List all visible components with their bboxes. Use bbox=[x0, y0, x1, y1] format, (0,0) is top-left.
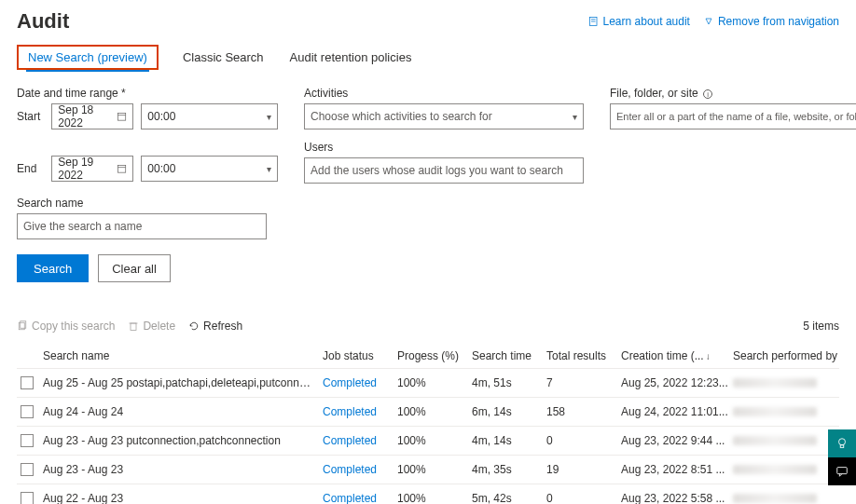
end-date-input[interactable]: Sep 19 2022 bbox=[51, 156, 133, 182]
cell-job-status: Completed bbox=[323, 492, 397, 504]
cell-search-name: Aug 24 - Aug 24 bbox=[43, 405, 323, 418]
cell-creation-time: Aug 25, 2022 12:23... bbox=[621, 376, 733, 389]
col-search-time[interactable]: Search time bbox=[472, 349, 546, 362]
svg-rect-13 bbox=[837, 468, 848, 474]
col-total-results[interactable]: Total results bbox=[546, 349, 621, 362]
end-time-input[interactable]: 00:00 ▾ bbox=[141, 156, 278, 182]
col-creation-time[interactable]: Creation time (...↓ bbox=[621, 349, 733, 362]
search-results-table: Search name Job status Progess (%) Searc… bbox=[17, 344, 839, 504]
row-checkbox[interactable] bbox=[21, 434, 34, 447]
cell-total-results: 19 bbox=[546, 463, 621, 476]
cell-search-name: Aug 23 - Aug 23 putconnection,patchconne… bbox=[43, 434, 323, 447]
svg-rect-5 bbox=[118, 166, 126, 173]
cell-search-time: 6m, 14s bbox=[472, 405, 546, 418]
search-name-placeholder: Give the search a name bbox=[23, 220, 142, 233]
row-checkbox[interactable] bbox=[21, 376, 34, 389]
col-progress[interactable]: Progess (%) bbox=[397, 349, 472, 362]
row-checkbox[interactable] bbox=[21, 405, 34, 418]
refresh-icon bbox=[188, 320, 200, 332]
end-date-value: Sep 19 2022 bbox=[58, 156, 117, 182]
tab-audit-retention[interactable]: Audit retention policies bbox=[288, 45, 414, 70]
cell-progress: 100% bbox=[397, 405, 472, 418]
table-row[interactable]: Aug 25 - Aug 25 postapi,patchapi,deletea… bbox=[17, 368, 839, 397]
delete-label: Delete bbox=[143, 320, 175, 333]
remove-navigation-link[interactable]: Remove from navigation bbox=[703, 15, 839, 28]
svg-rect-9 bbox=[131, 323, 136, 331]
search-name-input[interactable]: Give the search a name bbox=[17, 213, 267, 239]
calendar-icon bbox=[117, 163, 127, 174]
cell-search-name: Aug 25 - Aug 25 postapi,patchapi,deletea… bbox=[43, 376, 323, 389]
file-label: File, folder, or site i bbox=[610, 87, 856, 100]
cell-search-time: 5m, 42s bbox=[472, 492, 546, 504]
svg-point-11 bbox=[839, 439, 846, 445]
learn-about-audit-link[interactable]: Learn about audit bbox=[588, 15, 690, 28]
table-row[interactable]: Aug 23 - Aug 23 putconnection,patchconne… bbox=[17, 426, 839, 455]
svg-rect-12 bbox=[840, 445, 844, 448]
learn-link-label: Learn about audit bbox=[603, 15, 690, 28]
cell-progress: 100% bbox=[397, 434, 472, 447]
cell-creation-time: Aug 24, 2022 11:01... bbox=[621, 405, 733, 418]
start-time-input[interactable]: 00:00 ▾ bbox=[141, 103, 278, 129]
row-checkbox[interactable] bbox=[21, 492, 34, 504]
start-date-input[interactable]: Sep 18 2022 bbox=[51, 103, 133, 129]
copy-search-button: Copy this search bbox=[17, 320, 115, 333]
table-row[interactable]: Aug 23 - Aug 23 Completed 100% 4m, 35s 1… bbox=[17, 455, 839, 484]
col-performed-by[interactable]: Search performed by bbox=[733, 349, 845, 362]
book-icon bbox=[588, 16, 600, 27]
unpin-icon bbox=[703, 16, 714, 27]
cell-performed-by bbox=[733, 378, 845, 388]
users-placeholder: Add the users whose audit logs you want … bbox=[311, 164, 563, 177]
activities-placeholder: Choose which activities to search for bbox=[311, 110, 492, 123]
svg-rect-3 bbox=[118, 114, 126, 121]
trash-icon bbox=[128, 320, 139, 332]
info-icon[interactable]: i bbox=[703, 89, 712, 99]
lightbulb-icon bbox=[835, 437, 849, 450]
cell-progress: 100% bbox=[397, 376, 472, 389]
cell-search-time: 4m, 35s bbox=[472, 463, 546, 476]
table-row[interactable]: Aug 22 - Aug 23 Completed 100% 5m, 42s 0… bbox=[17, 484, 839, 504]
row-checkbox[interactable] bbox=[21, 463, 34, 476]
col-search-name[interactable]: Search name bbox=[43, 349, 323, 362]
activities-label: Activities bbox=[304, 87, 584, 100]
tab-classic-search[interactable]: Classic Search bbox=[181, 45, 266, 70]
clear-all-button[interactable]: Clear all bbox=[98, 254, 171, 282]
calendar-icon bbox=[117, 111, 127, 122]
cell-creation-time: Aug 23, 2022 5:58 ... bbox=[621, 492, 733, 504]
sort-down-icon: ↓ bbox=[706, 351, 711, 361]
cell-job-status: Completed bbox=[323, 376, 397, 389]
start-time-value: 00:00 bbox=[147, 110, 175, 123]
col-job-status[interactable]: Job status bbox=[323, 349, 397, 362]
chat-icon bbox=[835, 465, 849, 478]
copy-icon bbox=[17, 320, 28, 332]
page-title: Audit bbox=[17, 9, 69, 34]
col-creation-label: Creation time (... bbox=[621, 349, 704, 362]
end-time-value: 00:00 bbox=[147, 162, 175, 175]
items-count: 5 items bbox=[803, 320, 839, 333]
chat-tab[interactable] bbox=[828, 457, 856, 485]
cell-progress: 100% bbox=[397, 463, 472, 476]
cell-progress: 100% bbox=[397, 492, 472, 504]
cell-creation-time: Aug 23, 2022 9:44 ... bbox=[621, 434, 733, 447]
cell-performed-by bbox=[733, 494, 845, 503]
date-range-label: Date and time range bbox=[17, 87, 278, 100]
activities-dropdown[interactable]: Choose which activities to search for ▾ bbox=[304, 103, 584, 129]
table-row[interactable]: Aug 24 - Aug 24 Completed 100% 6m, 14s 1… bbox=[17, 397, 839, 426]
tab-new-search[interactable]: New Search (preview) bbox=[26, 45, 149, 70]
refresh-label: Refresh bbox=[203, 320, 242, 333]
users-label: Users bbox=[304, 141, 584, 154]
file-placeholder: Enter all or a part of the name of a fil… bbox=[616, 111, 856, 122]
file-label-text: File, folder, or site bbox=[610, 87, 698, 100]
cell-search-time: 4m, 51s bbox=[472, 376, 546, 389]
file-input[interactable]: Enter all or a part of the name of a fil… bbox=[610, 103, 856, 129]
users-input[interactable]: Add the users whose audit logs you want … bbox=[304, 157, 584, 184]
end-label: End bbox=[17, 162, 44, 175]
chevron-down-icon: ▾ bbox=[267, 112, 271, 122]
cell-creation-time: Aug 23, 2022 8:51 ... bbox=[621, 463, 733, 476]
feedback-tab[interactable] bbox=[828, 429, 856, 457]
copy-label: Copy this search bbox=[32, 320, 115, 333]
refresh-button[interactable]: Refresh bbox=[188, 320, 242, 333]
start-date-value: Sep 18 2022 bbox=[58, 103, 117, 129]
cell-search-name: Aug 23 - Aug 23 bbox=[43, 463, 323, 476]
delete-button: Delete bbox=[128, 320, 175, 333]
search-button[interactable]: Search bbox=[17, 254, 89, 282]
